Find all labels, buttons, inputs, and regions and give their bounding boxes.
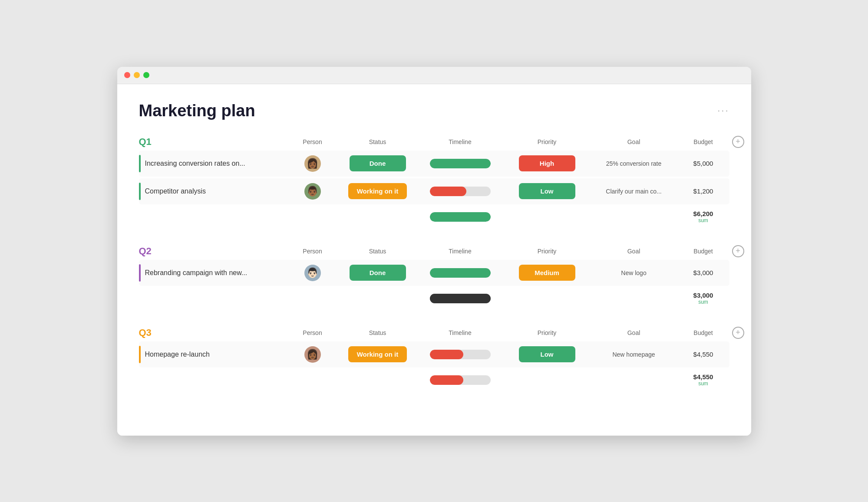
task-bar: [139, 346, 141, 363]
q1-label: Q1: [139, 136, 287, 148]
task-cell: Rebranding campaign with new...: [139, 260, 287, 286]
timeline-cell: [417, 350, 504, 359]
col-timeline-q1: Timeline: [417, 138, 504, 145]
priority-cell: Medium: [504, 265, 591, 281]
close-button[interactable]: [124, 72, 130, 78]
col-status-q1: Status: [339, 138, 417, 145]
col-person-q1: Person: [287, 138, 339, 145]
col-goal-q3: Goal: [591, 329, 677, 336]
status-badge: Working on it: [348, 183, 407, 199]
app-window: Marketing plan ··· Q1 Person Status Time…: [117, 67, 751, 436]
timeline-bar: [430, 159, 491, 168]
avatar: 👩🏾: [304, 155, 321, 172]
add-column-button-q2[interactable]: +: [732, 245, 744, 257]
goal-cell: Clarify our main co...: [591, 188, 677, 195]
priority-badge: High: [519, 155, 575, 171]
task-cell: Homepage re-launch: [139, 341, 287, 367]
sum-budget-q3: $4,550 sum: [677, 373, 729, 387]
status-badge: Working on it: [348, 346, 407, 362]
col-budget-q2: Budget: [677, 248, 729, 255]
goal-cell: 25% conversion rate: [591, 160, 677, 167]
task-cell: Increasing conversion rates on...: [139, 151, 287, 177]
col-status-q3: Status: [339, 329, 417, 336]
avatar: 👨🏻: [304, 265, 321, 281]
task-name: Rebranding campaign with new...: [145, 269, 248, 277]
task-name: Increasing conversion rates on...: [145, 160, 245, 167]
minimize-button[interactable]: [134, 72, 140, 78]
task-name: Homepage re-launch: [145, 351, 210, 358]
budget-cell: $4,550: [677, 351, 729, 358]
add-column-button-q1[interactable]: +: [732, 136, 744, 148]
task-bar: [139, 183, 141, 200]
sum-amount: $4,550: [677, 373, 729, 381]
table-row[interactable]: Increasing conversion rates on... 👩🏾 Don…: [139, 151, 729, 177]
sum-amount: $6,200: [677, 210, 729, 217]
task-bar: [139, 264, 141, 282]
priority-badge: Low: [519, 346, 575, 362]
status-cell: Done: [339, 155, 417, 171]
timeline-bar: [430, 187, 491, 196]
avatar: 👩🏾: [304, 346, 321, 363]
table-row[interactable]: Homepage re-launch 👩🏾 Working on it Low …: [139, 341, 729, 367]
col-person-q3: Person: [287, 329, 339, 336]
sum-timeline-bar: [430, 212, 491, 222]
timeline-cell: [417, 268, 504, 278]
col-priority-q3: Priority: [504, 329, 591, 336]
add-column-button-q3[interactable]: +: [732, 327, 744, 339]
task-bar: [139, 155, 141, 172]
q2-label: Q2: [139, 246, 287, 257]
sum-timeline: [417, 212, 504, 222]
priority-cell: Low: [504, 183, 591, 199]
section-q2-header: Q2 Person Status Timeline Priority Goal …: [139, 245, 729, 257]
status-badge: Done: [350, 155, 406, 171]
timeline-cell: [417, 187, 504, 196]
sum-timeline: [417, 294, 504, 303]
task-cell: Competitor analysis: [139, 178, 287, 204]
timeline-bar: [430, 268, 491, 278]
task-name: Competitor analysis: [145, 187, 206, 195]
person-cell: 👨🏾: [287, 183, 339, 200]
sum-row-q3: $4,550 sum: [139, 369, 729, 391]
budget-cell: $5,000: [677, 160, 729, 167]
timeline-bar: [430, 350, 491, 359]
col-priority-q1: Priority: [504, 138, 591, 145]
table-row[interactable]: Competitor analysis 👨🏾 Working on it Low…: [139, 178, 729, 204]
table-row[interactable]: Rebranding campaign with new... 👨🏻 Done …: [139, 260, 729, 286]
sum-timeline-fill: [430, 375, 463, 385]
col-goal-q2: Goal: [591, 248, 677, 255]
priority-badge: Low: [519, 183, 575, 199]
person-cell: 👩🏾: [287, 346, 339, 363]
status-cell: Working on it: [339, 346, 417, 362]
section-q3: Q3 Person Status Timeline Priority Goal …: [139, 327, 729, 391]
section-q1: Q1 Person Status Timeline Priority Goal …: [139, 136, 729, 228]
col-budget-q1: Budget: [677, 138, 729, 145]
budget-cell: $1,200: [677, 187, 729, 195]
sum-timeline: [417, 375, 504, 385]
col-person-q2: Person: [287, 248, 339, 255]
avatar: 👨🏾: [304, 183, 321, 200]
sum-amount: $3,000: [677, 292, 729, 299]
timeline-fill: [430, 350, 463, 359]
status-cell: Working on it: [339, 183, 417, 199]
col-timeline-q2: Timeline: [417, 248, 504, 255]
sum-label: sum: [677, 299, 729, 305]
sum-timeline-bar: [430, 375, 491, 385]
section-q2: Q2 Person Status Timeline Priority Goal …: [139, 245, 729, 309]
maximize-button[interactable]: [143, 72, 149, 78]
person-cell: 👩🏾: [287, 155, 339, 172]
more-options-button[interactable]: ···: [717, 105, 729, 116]
q3-label: Q3: [139, 327, 287, 338]
sum-budget-q1: $6,200 sum: [677, 210, 729, 223]
section-q3-header: Q3 Person Status Timeline Priority Goal …: [139, 327, 729, 339]
goal-cell: New homepage: [591, 351, 677, 358]
person-cell: 👨🏻: [287, 265, 339, 281]
priority-badge: Medium: [519, 265, 575, 281]
goal-cell: New logo: [591, 269, 677, 276]
sum-label: sum: [677, 217, 729, 223]
sum-row-q1: $6,200 sum: [139, 206, 729, 228]
sum-budget-q2: $3,000 sum: [677, 292, 729, 305]
timeline-fill: [430, 268, 491, 278]
sum-timeline-bar: [430, 294, 491, 303]
timeline-fill: [430, 187, 466, 196]
section-q1-header: Q1 Person Status Timeline Priority Goal …: [139, 136, 729, 148]
